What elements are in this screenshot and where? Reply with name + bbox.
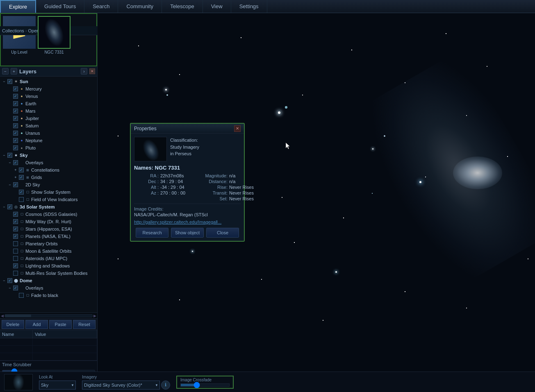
- tree-item-mars[interactable]: ● Mars: [0, 107, 97, 115]
- scroll-left-btn[interactable]: ◀: [1, 314, 4, 318]
- tree-item-3d-solar[interactable]: − ◎ 3d Solar System: [0, 203, 97, 211]
- mercury-icon: ●: [19, 86, 25, 92]
- paste-button[interactable]: Paste: [49, 320, 72, 329]
- constellations-icon: ⊞: [25, 167, 30, 173]
- thumbnail-up-level[interactable]: 📁 Up Level: [3, 16, 36, 63]
- look-at-dropdown[interactable]: Sky: [39, 381, 76, 390]
- grids-icon: ⊞: [25, 174, 30, 180]
- tree-item-cosmos[interactable]: ☐ Cosmos (SDSS Galaxies): [0, 211, 97, 218]
- layer-buttons: Delete Add Paste Reset: [0, 318, 97, 330]
- tree-item-saturn[interactable]: ● Saturn: [0, 122, 97, 129]
- scroll-thumb[interactable]: [5, 315, 31, 317]
- tree-item-overlays[interactable]: − Overlays: [0, 159, 97, 166]
- name-value-table: Name Value: [0, 330, 97, 360]
- research-button[interactable]: Research: [136, 228, 168, 238]
- venus-icon: ●: [19, 93, 25, 99]
- tree-item-lighting[interactable]: ☐ Lighting and Shadows: [0, 262, 97, 270]
- breadcrumb-collections[interactable]: Collections: [2, 28, 24, 33]
- status-thumbnail: [4, 374, 33, 390]
- tree-item-pluto[interactable]: ● Pluto: [0, 144, 97, 152]
- delete-button[interactable]: Delete: [2, 320, 24, 329]
- layers-arrow-btn[interactable]: ›: [81, 68, 87, 75]
- imagery-info-btn[interactable]: ℹ: [161, 381, 170, 390]
- dialog-divider: [134, 204, 241, 204]
- sun-icon: ☀: [13, 79, 19, 84]
- 3d-solar-icon: ◎: [13, 204, 19, 210]
- thumbnail-ngc7331[interactable]: NGC 7331: [38, 16, 71, 63]
- jupiter-icon: ●: [19, 116, 25, 121]
- tab-view[interactable]: View: [203, 0, 231, 13]
- thumbnail-area: 📁 Up Level NGC 7331: [0, 13, 97, 66]
- tree-item-neptune[interactable]: ● Neptune: [0, 137, 97, 144]
- tree-item-milkyway[interactable]: ☐ Milky Way (Dr. R. Hurt): [0, 218, 97, 225]
- tree-item-2dsky[interactable]: − 2D Sky: [0, 181, 97, 188]
- tree-item-fade-black[interactable]: ☐ Fade to black: [0, 292, 97, 299]
- tree-item-mercury[interactable]: ● Mercury: [0, 85, 97, 93]
- layers-header: − + Layers › ✕: [0, 66, 97, 77]
- mars-icon: ●: [19, 108, 25, 114]
- layers-title: Layers: [19, 68, 79, 75]
- tree-item-sun[interactable]: − ☀ Sun: [0, 78, 97, 85]
- fov-icon: ☐: [25, 197, 30, 202]
- look-at-section: Look At Sky: [39, 375, 76, 390]
- tree-item-multires[interactable]: ☐ Multi-Res Solar System Bodies: [0, 270, 97, 277]
- tree-item-planets[interactable]: ☐ Planets (NASA, ETAL): [0, 233, 97, 240]
- layers-close-btn[interactable]: ✕: [89, 68, 95, 74]
- dialog-link[interactable]: http://gallery.spitzer.caltech.edu/Image…: [134, 220, 241, 224]
- solar-system-icon: ☐: [25, 189, 30, 195]
- tree-item-venus[interactable]: ● Venus: [0, 93, 97, 100]
- tree-item-constellations[interactable]: + ⊞ Constellations: [0, 166, 97, 174]
- dialog-title: Properties: [134, 126, 234, 131]
- crossfade-slider[interactable]: [180, 383, 230, 387]
- tab-telescope[interactable]: Telescope: [162, 0, 203, 13]
- tree-item-planetary-orbits[interactable]: ☐ Planetary Orbits: [0, 240, 97, 247]
- tab-settings[interactable]: Settings: [231, 0, 267, 13]
- close-button[interactable]: Close: [206, 228, 239, 238]
- tree-item-moon-orbits[interactable]: ☐ Moon & Satellite Orbits: [0, 247, 97, 255]
- imagery-dropdown[interactable]: Digitized Sky Survey (Color)*: [82, 381, 160, 390]
- ngc7331-image: [38, 16, 71, 49]
- sky-icon: ★: [13, 152, 19, 158]
- tree-item-earth[interactable]: ● Earth: [0, 100, 97, 107]
- tree-item-dome-overlays[interactable]: − Overlays: [0, 284, 97, 292]
- status-bar: Look At Sky Imagery Digitized Sky Survey…: [0, 372, 535, 392]
- tab-explore[interactable]: Explore: [0, 0, 36, 13]
- saturn-icon: ●: [19, 123, 25, 129]
- layers-plus-btn[interactable]: +: [11, 68, 17, 75]
- tree-item-asteroids[interactable]: ☐ Asteroids (IAU MPC): [0, 255, 97, 262]
- reset-button[interactable]: Reset: [73, 320, 96, 329]
- add-button[interactable]: Add: [25, 320, 48, 329]
- tree-item-uranus[interactable]: ● Uranus: [0, 129, 97, 137]
- tab-search[interactable]: Search: [84, 0, 118, 13]
- look-at-select: Sky: [39, 381, 76, 390]
- scroll-right-btn[interactable]: ▶: [93, 314, 96, 318]
- dome-icon: ⬤: [13, 278, 19, 283]
- top-navigation: Explore Guided Tours Search Community Te…: [0, 0, 535, 13]
- crossfade-section: Image Crossfade: [176, 376, 234, 389]
- dialog-fields: RA : 22h37m08s Magnitude: n/a Dec : 34 :…: [134, 173, 241, 201]
- time-scrubber-label: Time Scrubber: [2, 362, 95, 367]
- ngc7331-label: NGC 7331: [44, 50, 64, 54]
- earth-icon: ●: [19, 101, 25, 106]
- dialog-close-btn[interactable]: ✕: [234, 125, 241, 132]
- tab-community[interactable]: Community: [118, 0, 162, 13]
- imagery-section: Imagery Digitized Sky Survey (Color)* ℹ: [82, 375, 170, 390]
- dialog-classification: Classification: Study Imagery in Perseus: [170, 137, 199, 161]
- tree-item-show-solar[interactable]: ☐ Show Solar System: [0, 188, 97, 196]
- nv-row-3: [0, 353, 97, 360]
- layers-minus-btn[interactable]: −: [2, 68, 9, 75]
- horizontal-scrollbar[interactable]: ◀ ▶: [0, 313, 97, 318]
- tree-item-jupiter[interactable]: ● Jupiter: [0, 115, 97, 122]
- scroll-track: [5, 314, 93, 317]
- show-object-button[interactable]: Show object: [171, 228, 204, 238]
- dialog-thumbnail: [134, 137, 167, 161]
- up-level-label: Up Level: [11, 50, 27, 54]
- tree-item-stars[interactable]: ☐ Stars (Hipparcos, ESA): [0, 225, 97, 233]
- layers-tree: − ☀ Sun ● Mercury ● Venus ● Earth: [0, 77, 97, 313]
- tree-item-dome[interactable]: − ⬤ Dome: [0, 277, 97, 284]
- tab-guided-tours[interactable]: Guided Tours: [36, 0, 84, 13]
- dialog-buttons: Research Show object Close: [134, 228, 241, 238]
- tree-item-grids[interactable]: + ⊞ Grids: [0, 174, 97, 181]
- tree-item-fov[interactable]: ☐ Field of View Indicators: [0, 196, 97, 203]
- tree-item-sky[interactable]: − ★ Sky: [0, 152, 97, 159]
